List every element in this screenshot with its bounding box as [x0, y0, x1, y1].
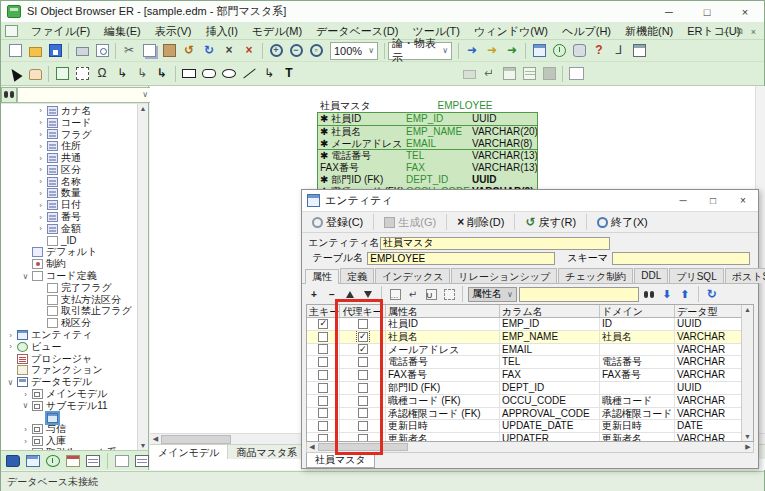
tree-item[interactable]	[1, 412, 148, 424]
chevron-collapsed-icon[interactable]: ›	[34, 118, 47, 127]
zoom-fit-button[interactable]: ▫	[306, 41, 326, 60]
chevron-collapsed-icon[interactable]: ›	[4, 331, 17, 340]
view-mode-select[interactable]: 論・物表示 ∨	[388, 42, 452, 60]
history-button[interactable]	[549, 41, 569, 60]
pk-checkbox[interactable]	[318, 319, 328, 329]
dialog-tab-属性[interactable]: 属性	[305, 269, 339, 284]
tree-scrollbar[interactable]: ▲▼	[137, 104, 148, 450]
text-tool-button[interactable]: T	[279, 64, 299, 83]
model-view-button[interactable]	[133, 451, 151, 470]
apply-button[interactable]: ↵	[479, 64, 499, 83]
domain-cell[interactable]: 職種コード	[600, 395, 675, 407]
column-name-cell[interactable]: APPROVAL_CODE	[500, 408, 600, 420]
menu-item-7[interactable]: ウィンドウ(W)	[467, 23, 555, 40]
tree-item-デフォルト[interactable]: デフォルト	[1, 247, 148, 259]
non-identifying-relation-button[interactable]: ↳	[132, 64, 152, 83]
domain-cell[interactable]	[600, 344, 675, 356]
chevron-expanded-icon[interactable]: ∨	[19, 272, 32, 281]
scroll-left-icon[interactable]: ◀	[150, 435, 161, 443]
chevron-collapsed-icon[interactable]: ›	[19, 425, 32, 434]
domain-button[interactable]: U	[423, 286, 439, 302]
domain-cell[interactable]: 承認権限コード	[600, 408, 675, 420]
attribute-name-cell[interactable]: 部門ID (FK)	[386, 382, 500, 394]
print-button[interactable]	[72, 41, 92, 60]
window-button[interactable]	[629, 41, 649, 60]
dialog-tab-定義[interactable]: 定義	[340, 268, 374, 283]
attribute-name-cell[interactable]: メールアドレス	[386, 344, 500, 356]
pk-checkbox[interactable]	[318, 357, 328, 367]
dialog-exit-button[interactable]: 終了(X)	[592, 214, 653, 231]
cut-button[interactable]: ✂	[119, 41, 139, 60]
dialog-tab-ポストSQL[interactable]: ポストSQL	[725, 268, 765, 283]
attribute-name-cell[interactable]: FAX番号	[386, 369, 500, 381]
database-button[interactable]	[569, 41, 589, 60]
tree-item-エンティティ[interactable]: ›エンティティ	[1, 329, 148, 341]
branch-button[interactable]: ⅃	[609, 41, 629, 60]
chevron-collapsed-icon[interactable]: ›	[34, 201, 47, 210]
dialog-tab-プリSQL[interactable]: プリSQL	[669, 268, 723, 283]
minimize-button[interactable]: ─	[650, 1, 688, 23]
menu-item-9[interactable]: 新機能(N)	[618, 23, 680, 40]
new-button[interactable]	[5, 41, 25, 60]
zoom-level-select[interactable]: 100% ∨	[330, 42, 378, 60]
search-button[interactable]	[641, 286, 657, 302]
mdi-close-button[interactable]: ×	[751, 27, 756, 37]
rounded-rect-tool-button[interactable]	[199, 64, 219, 83]
model-tab-商品マスタ系[interactable]: 商品マスタ系	[228, 445, 306, 459]
select-tool-button[interactable]	[5, 64, 25, 83]
attribute-name-cell[interactable]: 承認権限コード (FK)	[386, 408, 500, 420]
mdi-restore-button[interactable]: ⧉	[736, 26, 742, 37]
chevron-expanded-icon[interactable]: ∨	[19, 401, 32, 410]
blank-page-button[interactable]	[566, 64, 586, 83]
menu-item-0[interactable]: ファイル(F)	[24, 23, 97, 40]
data-type-cell[interactable]: DATE	[675, 420, 743, 432]
dialog-maximize-button[interactable]: □	[698, 190, 728, 211]
attribute-name-cell[interactable]: 更新日時	[386, 420, 500, 432]
entity-name-input[interactable]	[380, 237, 610, 250]
update-button[interactable]	[499, 64, 519, 83]
dialog-title-bar[interactable]: エンティティ ─ □ ×	[302, 190, 758, 211]
domain-cell[interactable]	[600, 382, 675, 394]
attribute-name-cell[interactable]: 電話番号	[386, 356, 500, 368]
table-name-input[interactable]	[367, 252, 555, 265]
subtype-tool-button[interactable]	[72, 64, 92, 83]
paste-button[interactable]	[159, 41, 179, 60]
help-search-button[interactable]: ?	[589, 41, 609, 60]
delete-button[interactable]: ×	[219, 41, 239, 60]
data-type-cell[interactable]: VARCHAR	[675, 356, 743, 368]
calendar-view-button[interactable]	[64, 451, 82, 470]
zoom-out-button[interactable]: −	[286, 41, 306, 60]
dialog-close-button[interactable]: ×	[728, 190, 758, 211]
search-column-select[interactable]: 属性名 ∨	[468, 287, 517, 302]
data-type-cell[interactable]: VARCHAR	[675, 344, 743, 356]
tree-search-input[interactable]	[17, 87, 153, 103]
report-button[interactable]	[459, 64, 479, 83]
import-button[interactable]: ➜	[462, 41, 482, 60]
column-name-cell[interactable]: UPDATER	[500, 433, 600, 442]
column-name-cell[interactable]: TEL	[500, 356, 600, 368]
attribute-filter-input[interactable]	[519, 287, 639, 302]
rectangle-tool-button[interactable]	[179, 64, 199, 83]
dialog-tab-インデックス[interactable]: インデックス	[375, 268, 450, 283]
add-row-button[interactable]: +	[306, 286, 322, 302]
tree-item-与信[interactable]: ›与信	[1, 424, 148, 436]
pan-tool-button[interactable]	[25, 64, 45, 83]
dialog-revert-button[interactable]: ↺戻す(R)	[520, 214, 581, 231]
menu-item-8[interactable]: ヘルプ(H)	[555, 23, 618, 40]
domain-cell[interactable]: FAX番号	[600, 369, 675, 381]
menu-item-1[interactable]: 編集(E)	[97, 23, 148, 40]
tree-item-金額[interactable]: ›金額	[1, 223, 148, 235]
dialog-delete-button[interactable]: ×削除(D)	[452, 214, 509, 231]
pk-checkbox[interactable]	[318, 434, 328, 442]
export-button[interactable]: ➜	[482, 41, 502, 60]
maximize-button[interactable]: □	[688, 1, 726, 23]
refresh-button[interactable]: ↻	[704, 286, 720, 302]
scroll-up-icon[interactable]: ▲	[744, 306, 751, 313]
rename-button[interactable]: …	[387, 286, 403, 302]
frame-button[interactable]	[441, 286, 457, 302]
chevron-collapsed-icon[interactable]: ›	[4, 342, 17, 351]
pk-checkbox[interactable]	[318, 383, 328, 393]
chevron-collapsed-icon[interactable]: ›	[34, 213, 47, 222]
table-view-button[interactable]	[84, 451, 102, 470]
pk-checkbox[interactable]	[318, 370, 328, 380]
